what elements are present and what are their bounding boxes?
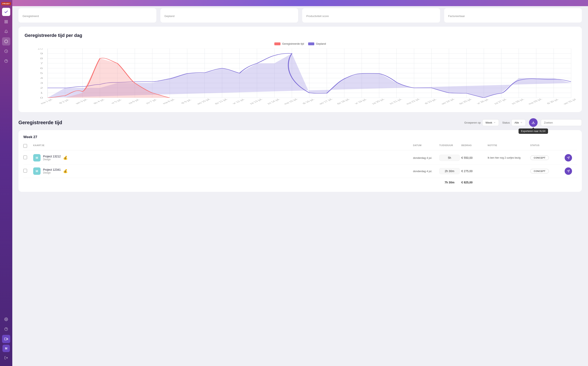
stat-label-productivity: Productiviteit score — [306, 15, 436, 18]
col-datum: DATUM — [413, 144, 438, 149]
total-row: 7h 30m € 825,00 — [23, 178, 577, 187]
sidebar: PROEF — [0, 0, 12, 366]
export-tooltip: Exporteren naar XLSX — [519, 129, 548, 134]
total-amount: € 825,00 — [461, 181, 486, 184]
sidebar-item-timer[interactable] — [2, 335, 10, 343]
row2-project-cell: M Project 12341 Design 💰 — [33, 168, 411, 175]
legend-swatch-planned — [308, 42, 314, 45]
row1-duration-cell: 5h — [439, 155, 460, 161]
user-avatar[interactable]: M — [2, 345, 10, 352]
svg-text:di 16 jul.: di 16 jul. — [301, 98, 315, 105]
svg-text:zo 21 jul.: zo 21 jul. — [388, 98, 403, 105]
row2-send-button[interactable] — [565, 168, 572, 175]
svg-text:1: 1 — [40, 92, 43, 94]
col-tijdsduur: TIJDSDUUR — [439, 144, 460, 149]
sidebar-item-question[interactable] — [2, 325, 10, 333]
table-row: M Project 12341 Design 💰 donderdag 4 jul… — [23, 165, 577, 178]
row1-date: donderdag 4 jul. — [413, 156, 438, 160]
table-row: M Project 13212 Design 💰 donderdag 4 jul… — [23, 151, 577, 165]
svg-text:do 11 jul.: do 11 jul. — [213, 98, 228, 105]
col-status: STATUS — [530, 144, 563, 149]
svg-text:do 4 jul.: do 4 jul. — [92, 98, 106, 104]
row1-status-cell: CONCEPT — [530, 156, 563, 160]
legend-label-planned: Gepland — [316, 42, 326, 45]
sidebar-item-logout[interactable] — [2, 354, 10, 362]
sidebar-item-bell[interactable] — [2, 27, 10, 36]
row1-send-button[interactable] — [565, 154, 572, 161]
total-duration: 7h 30m — [439, 181, 460, 184]
send-icon — [567, 156, 570, 159]
sidebar-item-check[interactable] — [2, 8, 10, 16]
row2-checkbox-cell — [23, 169, 31, 173]
group-value: Week — [485, 121, 492, 124]
row1-note: Ik ben hier nog 2 uurtjes bezig — [488, 156, 528, 160]
svg-text:vr 19 jul.: vr 19 jul. — [354, 98, 368, 105]
trial-badge: PROEF — [1, 2, 11, 5]
svg-text:4: 4 — [40, 77, 43, 79]
sidebar-item-grid[interactable] — [2, 18, 10, 26]
svg-text:wo 10 jul.: wo 10 jul. — [196, 98, 211, 105]
chart-svg: 0 1 2 3 4 5 6 7 8 9 10 — [25, 49, 576, 106]
status-select[interactable]: Alle — [511, 119, 526, 126]
row2-duration[interactable]: 2h 30m — [439, 168, 460, 174]
stat-label-registered: Geregistreerd — [23, 15, 152, 18]
row2-project-sub: Design — [43, 171, 61, 174]
col-bedrag: BEDRAG — [461, 144, 486, 149]
svg-rect-3 — [7, 22, 8, 23]
svg-text:5: 5 — [40, 72, 43, 74]
row2-status-badge[interactable]: CONCEPT — [530, 169, 549, 173]
stat-cards: Geregistreerd Gepland Productiviteit sco… — [18, 6, 582, 23]
svg-text:za 27 jul.: za 27 jul. — [493, 98, 508, 105]
row1-amount: € 550,00 — [461, 156, 486, 160]
row1-checkbox-cell — [23, 156, 31, 160]
group-select[interactable]: Week — [482, 119, 499, 126]
svg-text:7: 7 — [40, 62, 43, 65]
row2-date: donderdag 4 jul. — [413, 170, 438, 173]
week-label: Week 27 — [23, 135, 577, 139]
download-button[interactable] — [529, 118, 538, 127]
row2-status-cell: CONCEPT — [530, 169, 563, 173]
search-input[interactable] — [541, 119, 582, 126]
chart-legend: Geregistreerde tijd Gepland — [25, 42, 576, 45]
row1-duration[interactable]: 5h — [439, 155, 460, 161]
svg-text:10: 10 — [37, 49, 43, 50]
chevron-down-icon — [520, 121, 523, 124]
row1-project-name: Project 13212 — [43, 155, 61, 158]
svg-text:ma 22 jul.: ma 22 jul. — [405, 98, 421, 105]
stat-card-productivity: Productiviteit score — [302, 8, 440, 23]
sidebar-item-circle[interactable] — [2, 37, 10, 46]
stat-card-registered: Geregistreerd — [18, 8, 156, 23]
select-all-checkbox[interactable] — [23, 144, 27, 148]
col-action — [565, 144, 577, 149]
download-icon — [532, 121, 535, 124]
svg-line-7 — [6, 51, 7, 52]
legend-registered: Geregistreerde tijd — [274, 42, 304, 45]
svg-point-4 — [5, 40, 8, 43]
chevron-down-icon — [493, 121, 496, 124]
svg-text:ma 1 jul.: ma 1 jul. — [39, 98, 53, 105]
row1-status-badge[interactable]: CONCEPT — [530, 156, 549, 160]
row1-checkbox[interactable] — [23, 156, 27, 159]
svg-text:za 20 jul.: za 20 jul. — [371, 98, 385, 105]
svg-rect-1 — [7, 20, 8, 21]
stat-card-planned: Gepland — [160, 8, 298, 23]
sidebar-item-clock[interactable] — [2, 47, 10, 55]
time-section-header: Geregistreerde tijd Groeperen op Week St… — [18, 118, 582, 127]
row1-project-cell: M Project 13212 Design 💰 — [33, 154, 411, 161]
svg-text:di 23 jul.: di 23 jul. — [423, 98, 438, 105]
svg-text:9: 9 — [40, 52, 43, 55]
col-notitie: NOTITIE — [488, 144, 528, 149]
svg-text:vr 26 jul.: vr 26 jul. — [476, 98, 490, 105]
sidebar-item-settings[interactable] — [2, 315, 10, 323]
row2-checkbox[interactable] — [23, 169, 27, 173]
status-label: Status — [502, 121, 510, 124]
row1-avatar: M — [33, 154, 41, 161]
svg-text:di 9 jul.: di 9 jul. — [180, 99, 192, 104]
svg-text:za 13 jul.: za 13 jul. — [249, 98, 264, 105]
row1-billable-icon: 💰 — [63, 156, 68, 160]
row2-billable-icon: 💰 — [63, 169, 68, 173]
chart-card: Geregistreerde tijd per dag Geregistreer… — [18, 27, 582, 112]
svg-text:ma 15 jul.: ma 15 jul. — [283, 98, 299, 105]
sidebar-item-help[interactable] — [2, 57, 10, 65]
time-section-title: Geregistreerde tijd — [18, 120, 62, 125]
